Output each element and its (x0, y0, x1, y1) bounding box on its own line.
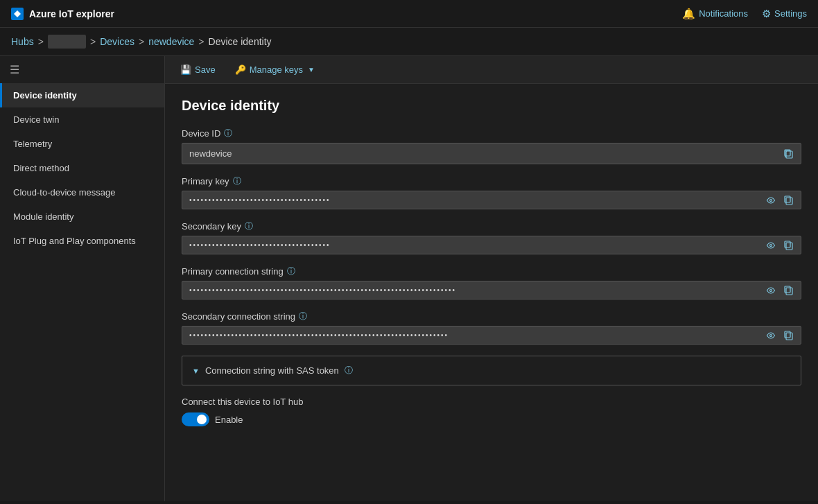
device-id-copy-button[interactable] (781, 146, 797, 162)
sidebar-item-label: Module identity (13, 211, 73, 222)
primary-key-eye-button[interactable] (763, 194, 778, 207)
manage-keys-button[interactable]: 🔑 Manage keys ▼ (231, 62, 319, 78)
top-bar-actions: 🔔 Notifications ⚙ Settings (682, 8, 807, 20)
sidebar: ☰ Device identity Device twin Telemetry … (0, 56, 165, 501)
top-bar: Azure IoT explorer 🔔 Notifications ⚙ Set… (0, 0, 818, 28)
device-id-input-wrapper (182, 143, 801, 164)
device-id-info-icon: ⓘ (224, 128, 232, 139)
copy-icon (784, 195, 794, 205)
secondary-key-eye-button[interactable] (763, 239, 778, 252)
breadcrumb-sep4: > (198, 36, 204, 47)
sidebar-item-iot-plug[interactable]: IoT Plug and Play components (0, 229, 164, 253)
secondary-connection-field-group: Secondary connection string ⓘ (182, 311, 801, 345)
device-id-label: Device ID ⓘ (182, 128, 801, 139)
toggle-label: Enable (215, 415, 243, 425)
primary-connection-field-group: Primary connection string ⓘ (182, 266, 801, 299)
breadcrumb-devices[interactable]: Devices (100, 36, 134, 47)
primary-connection-copy-button[interactable] (781, 283, 797, 298)
secondary-connection-label-text: Secondary connection string (182, 311, 295, 322)
breadcrumb-device-name[interactable]: newdevice (148, 36, 194, 47)
main-layout: ☰ Device identity Device twin Telemetry … (0, 56, 818, 501)
notifications-label: Notifications (699, 8, 748, 19)
svg-rect-1 (786, 151, 792, 158)
svg-rect-11 (786, 288, 792, 295)
sidebar-item-label: Telemetry (13, 139, 52, 149)
eye-icon (766, 287, 776, 294)
device-id-actions (777, 146, 801, 162)
sas-token-label: Connection string with SAS token (205, 365, 339, 376)
svg-rect-13 (785, 331, 790, 338)
secondary-connection-eye-button[interactable] (763, 329, 778, 342)
connect-section: Connect this device to IoT hub Enable (182, 397, 801, 426)
eye-icon (766, 197, 776, 204)
svg-point-6 (770, 244, 772, 246)
secondary-connection-input[interactable] (182, 327, 759, 344)
notifications-button[interactable]: 🔔 Notifications (682, 8, 748, 20)
sidebar-item-label: Device twin (13, 114, 59, 125)
primary-key-actions (759, 193, 801, 208)
breadcrumb-sep3: > (139, 36, 144, 47)
secondary-connection-actions (759, 328, 801, 343)
toggle-slider (182, 412, 209, 426)
device-id-input[interactable] (182, 144, 777, 164)
secondary-key-label: Secondary key ⓘ (182, 220, 801, 232)
primary-connection-eye-button[interactable] (763, 284, 778, 297)
svg-rect-10 (785, 286, 790, 293)
copy-icon (784, 331, 794, 340)
sidebar-item-cloud-to-device[interactable]: Cloud-to-device message (0, 180, 164, 205)
svg-point-3 (770, 199, 772, 201)
secondary-connection-label: Secondary connection string ⓘ (182, 311, 801, 322)
manage-keys-label: Manage keys (250, 64, 303, 75)
svg-rect-7 (785, 241, 790, 247)
connect-label: Connect this device to IoT hub (182, 397, 801, 407)
copy-icon (784, 241, 794, 250)
copy-icon (784, 286, 794, 295)
primary-key-input-wrapper (182, 191, 801, 209)
sidebar-item-label: IoT Plug and Play components (13, 236, 136, 246)
key-icon: 🔑 (235, 64, 246, 75)
app-logo-icon (11, 8, 24, 20)
primary-connection-actions (759, 283, 801, 298)
breadcrumb-current: Device identity (209, 36, 272, 47)
secondary-connection-copy-button[interactable] (781, 328, 797, 343)
chevron-down-icon: ▼ (308, 66, 315, 73)
secondary-key-field-group: Secondary key ⓘ (182, 220, 801, 254)
breadcrumb-hubs[interactable]: Hubs (11, 36, 34, 47)
sas-token-info-icon: ⓘ (345, 365, 353, 376)
primary-key-copy-button[interactable] (781, 193, 797, 208)
secondary-key-copy-button[interactable] (781, 238, 797, 253)
menu-toggle-icon[interactable]: ☰ (0, 56, 164, 83)
primary-connection-label-text: Primary connection string (182, 266, 284, 277)
secondary-key-input[interactable] (182, 236, 759, 254)
primary-key-field-group: Primary key ⓘ (182, 175, 801, 209)
breadcrumb: Hubs > > Devices > newdevice > Device id… (0, 28, 818, 56)
save-button[interactable]: 💾 Save (176, 62, 220, 78)
copy-icon (784, 149, 794, 159)
sidebar-item-direct-method[interactable]: Direct method (0, 156, 164, 180)
primary-key-input[interactable] (182, 191, 759, 209)
toolbar: 💾 Save 🔑 Manage keys ▼ (165, 56, 818, 84)
sidebar-item-label: Cloud-to-device message (13, 187, 115, 198)
secondary-connection-input-wrapper (182, 326, 801, 345)
toggle-row: Enable (182, 412, 801, 426)
sas-token-header[interactable]: ▼ Connection string with SAS token ⓘ (192, 365, 791, 376)
eye-icon (766, 242, 776, 249)
page-title: Device identity (182, 98, 801, 114)
primary-connection-input[interactable] (182, 281, 759, 299)
primary-connection-input-wrapper (182, 281, 801, 299)
sidebar-item-device-identity[interactable]: Device identity (0, 83, 164, 107)
sidebar-item-telemetry[interactable]: Telemetry (0, 132, 164, 156)
enable-toggle[interactable] (182, 412, 209, 426)
sidebar-item-label: Device identity (13, 90, 77, 101)
primary-connection-info-icon: ⓘ (287, 266, 295, 277)
svg-point-12 (770, 334, 772, 336)
breadcrumb-hub-name[interactable] (48, 35, 86, 49)
sas-token-section: ▼ Connection string with SAS token ⓘ (182, 356, 801, 385)
page-content: Device identity Device ID ⓘ (165, 84, 818, 440)
app-title-area: Azure IoT explorer (11, 8, 114, 20)
primary-key-label-text: Primary key (182, 176, 229, 186)
svg-rect-14 (786, 333, 792, 340)
settings-button[interactable]: ⚙ Settings (762, 8, 807, 20)
sidebar-item-device-twin[interactable]: Device twin (0, 107, 164, 132)
sidebar-item-module-identity[interactable]: Module identity (0, 205, 164, 229)
